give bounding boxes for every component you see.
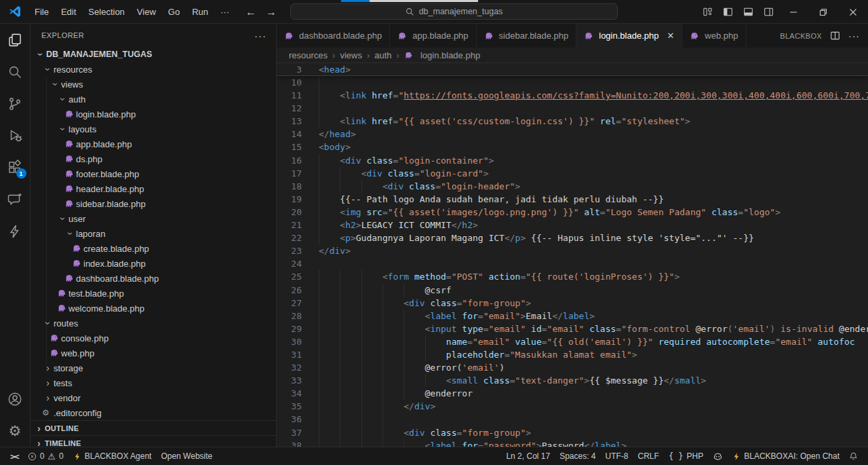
tree-item-sidebar-blade-php[interactable]: sidebar.blade.php: [31, 196, 276, 211]
close-tab-icon[interactable]: ✕: [667, 31, 674, 41]
menu-edit[interactable]: Edit: [55, 0, 82, 23]
back-icon[interactable]: ←: [245, 6, 256, 18]
toggle-secondary-sidebar-button[interactable]: [758, 0, 778, 24]
code-line-28[interactable]: 28 <label for="email">Email</label>: [277, 310, 868, 322]
menu-selection[interactable]: Selection: [82, 0, 130, 23]
tree-item-footer-blade-php[interactable]: footer.blade.php: [31, 166, 276, 181]
status-open-website[interactable]: Open Website: [156, 447, 217, 465]
code-line-31[interactable]: 31 placeholder="Masukkan alamat email">: [277, 348, 868, 361]
tree-item-views[interactable]: ›views: [31, 77, 276, 92]
menu-file[interactable]: File: [28, 0, 55, 23]
activity-run-debug[interactable]: [0, 119, 31, 151]
tree-item-ds-php[interactable]: ds.php: [31, 151, 276, 166]
tree-item-db-manajemen-tugas[interactable]: ›DB_MANAJEMEN_TUGAS: [31, 47, 276, 62]
minimize-button[interactable]: [778, 0, 808, 24]
tree-item-dashboard-blade-php[interactable]: dashboard.blade.php: [31, 271, 276, 286]
activity-blackbox-commands[interactable]: [0, 215, 31, 247]
code-line-33[interactable]: 33 <small class="text-danger">{{ $messag…: [277, 374, 868, 387]
status-indentation[interactable]: Spaces: 4: [555, 447, 600, 465]
code-line-26[interactable]: 26 @csrf: [277, 284, 868, 297]
breadcrumb-item-auth[interactable]: auth: [374, 50, 391, 60]
menu-run[interactable]: Run: [186, 0, 214, 23]
code-line-10[interactable]: 10: [277, 76, 868, 89]
section-timeline[interactable]: ›TIMELINE: [31, 435, 276, 447]
activity-search[interactable]: [0, 56, 31, 88]
tree-item-storage[interactable]: ›storage: [31, 360, 276, 375]
tab-sidebar-blade-php[interactable]: sidebar.blade.php: [477, 24, 577, 48]
code-line-19[interactable]: 19 {{-- Path logo Anda sudah benar, jadi…: [277, 193, 868, 206]
code-line-22[interactable]: 22 <p>Gudangnya Laporan Magang ICT</p> {…: [277, 231, 868, 244]
tree-item-login-blade-php[interactable]: login.blade.php: [31, 107, 276, 122]
code-line-20[interactable]: 20 <img src="{{ asset('images/logo.png.p…: [277, 206, 868, 219]
forward-icon[interactable]: →: [266, 6, 277, 18]
tree-item-welcome-blade-php[interactable]: welcome.blade.php: [31, 301, 276, 316]
tree-item-app-blade-php[interactable]: app.blade.php: [31, 136, 276, 151]
tree-item-layouts[interactable]: ›layouts: [31, 122, 276, 136]
tree-item-resources[interactable]: ›resources: [31, 62, 276, 77]
code-line-32[interactable]: 32 @error('email'): [277, 361, 868, 374]
code-line-21[interactable]: 21 <h2>LEGACY ICT COMMIT</h2>: [277, 219, 868, 231]
status-eol[interactable]: CRLF: [633, 447, 664, 465]
status-language-mode[interactable]: { }PHP: [664, 447, 708, 465]
status-cursor-position[interactable]: Ln 2, Col 17: [501, 447, 555, 465]
tree-item-tests[interactable]: ›tests: [31, 375, 276, 390]
code-line-23[interactable]: 23</div>: [277, 244, 868, 257]
code-line-27[interactable]: 27 <div class="form-group">: [277, 297, 868, 310]
status-problems[interactable]: 0⚠0: [23, 447, 68, 465]
status-notifications[interactable]: [844, 447, 863, 465]
tree-item-vendor[interactable]: ›vendor: [31, 390, 276, 405]
activity-accounts[interactable]: [0, 383, 31, 415]
tree-item-auth[interactable]: ›auth: [31, 92, 276, 107]
status-encoding[interactable]: UTF-8: [601, 447, 633, 465]
tree-item-web-php[interactable]: web.php: [31, 346, 276, 360]
menu-go[interactable]: Go: [162, 0, 186, 23]
code-line-30[interactable]: 30 name="email" value="{{ old('email') }…: [277, 335, 868, 348]
toggle-primary-sidebar-button[interactable]: [717, 0, 738, 24]
code-line-37[interactable]: 37 <div class="form-group">: [277, 426, 868, 439]
tab-login-blade-php[interactable]: login.blade.php✕: [576, 24, 682, 48]
code-line-24[interactable]: 24: [277, 257, 868, 270]
code-line-35[interactable]: 35 </div>: [277, 400, 868, 413]
code-line-15[interactable]: 15<body>: [277, 141, 868, 153]
customize-layout-button[interactable]: [697, 0, 717, 24]
restore-button[interactable]: [808, 0, 838, 24]
blackbox-label[interactable]: BLACKBOX: [780, 32, 822, 40]
activity-settings[interactable]: ⚙: [0, 415, 31, 447]
code-line-25[interactable]: 25 <form method="POST" action="{{ route(…: [277, 270, 868, 283]
tree-item-user[interactable]: ›user: [31, 211, 276, 226]
tree-item-test-blade-php[interactable]: test.blade.php: [31, 286, 276, 301]
code-line-17[interactable]: 17 <div class="login-card">: [277, 167, 868, 180]
activity-source-control[interactable]: [0, 88, 31, 119]
code-line-14[interactable]: 14</head>: [277, 128, 868, 141]
code-line-11[interactable]: 11 <link href="https://fonts.googleapis.…: [277, 89, 868, 102]
code-line-16[interactable]: 16 <div class="login-container">: [277, 154, 868, 167]
tree-item-editorconfig[interactable]: ⚙.editorconfig: [31, 405, 276, 420]
status-remote-indicator[interactable]: ><: [5, 447, 23, 465]
activity-explorer[interactable]: [0, 24, 31, 56]
command-center-search[interactable]: db_manajemen_tugas: [290, 3, 618, 20]
close-button[interactable]: [838, 0, 868, 24]
code-line-34[interactable]: 34 @enderror: [277, 387, 868, 400]
tree-item-routes[interactable]: ›routes: [31, 316, 276, 331]
section-outline[interactable]: ›OUTLINE: [31, 420, 276, 435]
tab-dashboard-blade-php[interactable]: dashboard.blade.php: [277, 24, 390, 48]
tree-item-console-php[interactable]: console.php: [31, 331, 276, 346]
split-editor-icon[interactable]: [830, 31, 840, 41]
activity-blackbox-chat[interactable]: [0, 183, 31, 215]
breadcrumb-item-views[interactable]: views: [340, 50, 362, 60]
status-blackboxai-chat[interactable]: BLACKBOXAI: Open Chat: [728, 447, 844, 465]
code-line-18[interactable]: 18 <div class="login-header">: [277, 180, 868, 193]
code-line-3[interactable]: 3<head>: [277, 62, 868, 76]
tab-web-php[interactable]: web.php: [682, 24, 746, 48]
status-copilot[interactable]: [708, 447, 728, 465]
tree-item-header-blade-php[interactable]: header.blade.php: [31, 181, 276, 196]
tree-item-create-blade-php[interactable]: create.blade.php: [31, 241, 276, 256]
tab-app-blade-php[interactable]: app.blade.php: [390, 24, 476, 48]
more-actions-icon[interactable]: ···: [848, 31, 860, 41]
activity-extensions[interactable]: 1: [0, 151, 31, 183]
code-line-38[interactable]: 38 <label for="password">Password</label…: [277, 439, 868, 447]
breadcrumb-item-resources[interactable]: resources: [289, 50, 328, 60]
breadcrumb-file[interactable]: login.blade.php: [420, 50, 480, 60]
code-line-36[interactable]: 36: [277, 413, 868, 426]
menu-more[interactable]: ···: [214, 0, 235, 23]
